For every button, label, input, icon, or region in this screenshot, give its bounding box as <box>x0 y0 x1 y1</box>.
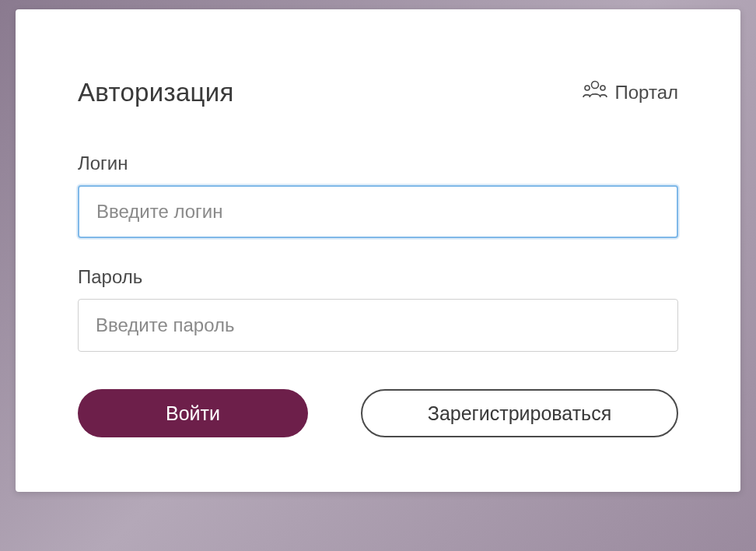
portal-link[interactable]: Портал <box>583 79 679 106</box>
password-input[interactable] <box>78 299 678 352</box>
svg-point-0 <box>591 82 598 89</box>
portal-link-label: Портал <box>615 82 679 104</box>
password-form-group: Пароль <box>78 266 678 352</box>
svg-point-1 <box>585 86 590 90</box>
users-icon <box>583 79 607 106</box>
login-input[interactable] <box>78 185 678 238</box>
login-form-group: Логин <box>78 153 678 238</box>
password-label: Пароль <box>78 266 678 288</box>
svg-point-2 <box>600 86 605 90</box>
login-card: Авторизация Портал Логин Пароль Войти З <box>16 9 740 492</box>
login-label: Логин <box>78 153 678 174</box>
register-button[interactable]: Зарегистрироваться <box>361 389 678 437</box>
button-row: Войти Зарегистрироваться <box>78 389 678 437</box>
page-title: Авторизация <box>78 78 234 107</box>
login-button[interactable]: Войти <box>78 389 308 437</box>
card-header: Авторизация Портал <box>78 78 678 107</box>
